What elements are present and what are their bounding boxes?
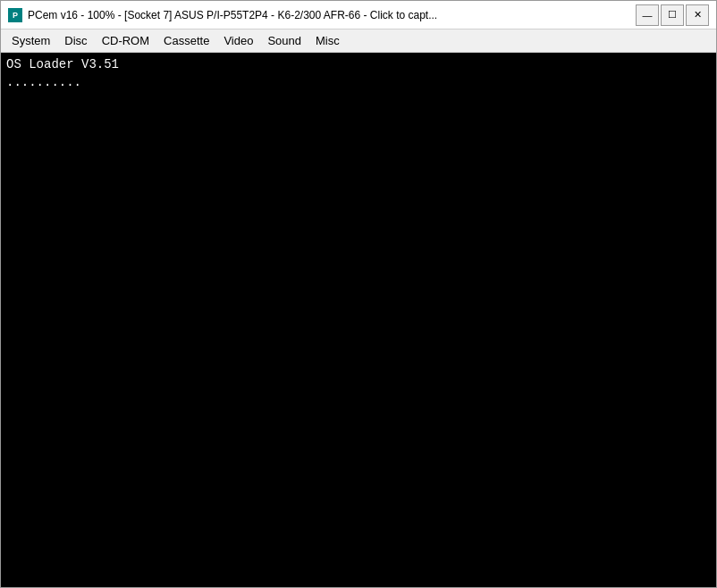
menu-misc[interactable]: Misc bbox=[308, 31, 347, 51]
main-window: P PCem v16 - 100% - [Socket 7] ASUS P/I-… bbox=[0, 0, 717, 588]
menu-cassette[interactable]: Cassette bbox=[156, 31, 216, 51]
console-output: OS Loader V3.51 .......... bbox=[6, 56, 711, 91]
window-controls: — ☐ ✕ bbox=[636, 4, 709, 26]
menu-sound[interactable]: Sound bbox=[260, 31, 308, 51]
menu-disc[interactable]: Disc bbox=[57, 31, 94, 51]
menu-system[interactable]: System bbox=[4, 31, 57, 51]
minimize-button[interactable]: — bbox=[636, 4, 659, 26]
title-bar: P PCem v16 - 100% - [Socket 7] ASUS P/I-… bbox=[1, 1, 716, 29]
maximize-button[interactable]: ☐ bbox=[661, 4, 684, 26]
close-button[interactable]: ✕ bbox=[686, 4, 709, 26]
menu-bar: System Disc CD-ROM Cassette Video Sound … bbox=[1, 29, 716, 53]
console-line1: OS Loader V3.51 bbox=[6, 57, 119, 71]
menu-video[interactable]: Video bbox=[216, 31, 260, 51]
console-line2: .......... bbox=[6, 75, 81, 89]
menu-cd-rom[interactable]: CD-ROM bbox=[95, 31, 156, 51]
app-icon: P bbox=[8, 8, 22, 22]
title-bar-text: PCem v16 - 100% - [Socket 7] ASUS P/I-P5… bbox=[28, 9, 636, 21]
console-area: OS Loader V3.51 .......... bbox=[1, 53, 716, 587]
